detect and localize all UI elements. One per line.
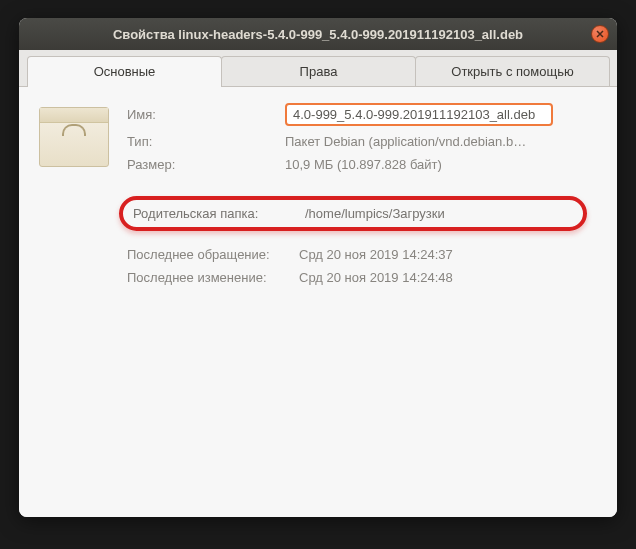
tab-openwith[interactable]: Открыть с помощью <box>415 56 610 86</box>
titlebar[interactable]: Свойства linux-headers-5.4.0-999_5.4.0-9… <box>19 18 617 50</box>
accessed-row: Последнее обращение: Срд 20 ноя 2019 14:… <box>127 247 597 262</box>
name-input[interactable] <box>285 103 553 126</box>
package-icon <box>39 107 109 167</box>
name-row: Имя: <box>127 103 597 126</box>
type-label: Тип: <box>127 134 285 149</box>
size-label: Размер: <box>127 157 285 172</box>
parent-folder-row: Родительская папка: /home/lumpics/Загруз… <box>133 206 573 221</box>
tab-bar: Основные Права Открыть с помощью <box>19 50 617 87</box>
name-label: Имя: <box>127 107 285 122</box>
accessed-value: Срд 20 ноя 2019 14:24:37 <box>299 247 453 262</box>
type-value: Пакет Debian (application/vnd.debian.b… <box>285 134 526 149</box>
tab-content: Имя: Тип: Пакет Debian (application/vnd.… <box>19 87 617 517</box>
parent-folder-highlight: Родительская папка: /home/lumpics/Загруз… <box>119 196 587 231</box>
tab-basic[interactable]: Основные <box>27 56 222 86</box>
tab-permissions[interactable]: Права <box>221 56 416 86</box>
close-icon <box>596 30 604 38</box>
window-title: Свойства linux-headers-5.4.0-999_5.4.0-9… <box>29 27 607 42</box>
type-row: Тип: Пакет Debian (application/vnd.debia… <box>127 134 597 149</box>
size-value: 10,9 МБ (10.897.828 байт) <box>285 157 442 172</box>
parent-folder-label: Родительская папка: <box>133 206 305 221</box>
size-row: Размер: 10,9 МБ (10.897.828 байт) <box>127 157 597 172</box>
modified-row: Последнее изменение: Срд 20 ноя 2019 14:… <box>127 270 597 285</box>
parent-folder-value: /home/lumpics/Загрузки <box>305 206 445 221</box>
modified-value: Срд 20 ноя 2019 14:24:48 <box>299 270 453 285</box>
properties-window: Свойства linux-headers-5.4.0-999_5.4.0-9… <box>19 18 617 517</box>
accessed-label: Последнее обращение: <box>127 247 299 262</box>
modified-label: Последнее изменение: <box>127 270 299 285</box>
close-button[interactable] <box>591 25 609 43</box>
